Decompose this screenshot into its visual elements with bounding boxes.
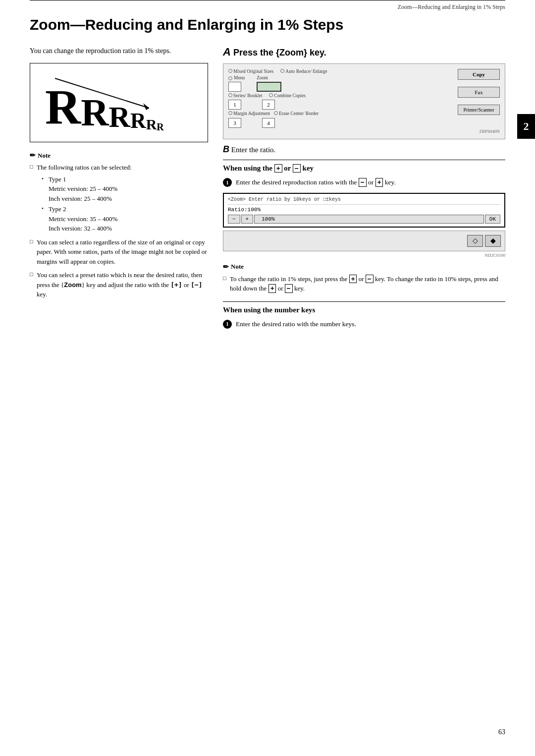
note2-icon: ✏ [223, 263, 229, 271]
zoom-input[interactable] [257, 82, 281, 92]
note-label: Note [38, 152, 51, 160]
control-panel-image: Mixed Original Sizes Auto Reduce/ Enlarg… [223, 63, 505, 139]
panel-row-6: 3 4 [228, 118, 455, 128]
letter-r-3: R [109, 102, 130, 132]
step-circle-2: 1 [223, 320, 232, 329]
plus-key-inline: + [375, 178, 383, 187]
radio-margin [228, 111, 232, 115]
input-num4: 4 [262, 118, 275, 128]
letter-r-5: R [146, 117, 157, 132]
auto-reduce-radio: Auto Reduce/ Enlarge [280, 69, 327, 74]
note-sub-list-1: Type 1 Metric version: 25 – 400% Inch ve… [37, 174, 208, 233]
input-num2: 2 [262, 100, 275, 110]
panel-layout: Mixed Original Sizes Auto Reduce/ Enlarg… [228, 69, 500, 128]
page-number: 63 [498, 728, 505, 736]
panel-row-2: Menu Zoom [228, 75, 455, 91]
right-column: A Press the {Zoom} key. Mixed Original S… [223, 46, 505, 334]
right-arrow-btn[interactable]: ◆ [485, 235, 501, 247]
note-section: ✏ Note The following ratios can be selec… [30, 151, 208, 299]
margin-adjustment-label: Margin Adjustment [233, 111, 270, 116]
series-booklet-label: Series/ Booklet [233, 93, 262, 98]
step-plus-minus-1: 1 Enter the desired reproduction ratios … [223, 177, 505, 187]
left-column: You can change the reproduction ratio in… [30, 46, 208, 303]
note-sub-item-type1: Type 1 Metric version: 25 – 400% Inch ve… [42, 174, 208, 204]
lcd-ratio-line: Ratio:100% [228, 207, 500, 213]
plus-key-note2b: + [268, 284, 276, 293]
step-b-text: Enter the ratio. [231, 146, 276, 154]
letter-r-4: R [130, 110, 146, 132]
section-tab: 2 [517, 114, 535, 139]
panel-row-3: Series/ Booklet Combine Copies [228, 93, 455, 98]
combine-copies-radio: Combine Copies [269, 93, 306, 98]
zoom-area: Zoom [257, 75, 281, 91]
step-b: B Enter the ratio. [223, 144, 505, 155]
panel-row-4: 1 2 [228, 100, 455, 110]
lcd-minus-btn[interactable]: − [228, 215, 240, 224]
auto-reduce-label: Auto Reduce/ Enlarge [285, 69, 327, 74]
margin-adjustment-radio: Margin Adjustment [228, 111, 270, 116]
radio-series [228, 93, 232, 97]
note2-heading: ✏ Note [223, 263, 505, 271]
note-list: The following ratios can be selected: Ty… [30, 163, 208, 299]
panel-row-5: Margin Adjustment Erase Center/ Border [228, 111, 455, 116]
letter-r-illustration: R R R R R R [30, 63, 208, 142]
panel-row-1: Mixed Original Sizes Auto Reduce/ Enlarg… [228, 69, 455, 74]
intro-text: You can change the reproduction ratio in… [30, 46, 208, 56]
minus-key-note2: − [366, 275, 374, 284]
mixed-original-label: Mixed Original Sizes [233, 69, 273, 74]
menu-input [228, 82, 241, 92]
step-a-text: Press the {Zoom} key. [233, 48, 326, 58]
step-circle-1: 1 [223, 178, 232, 187]
nd2c-code: ND2C0100 [223, 253, 505, 258]
radio-combine [269, 93, 273, 97]
series-booklet-radio: Series/ Booklet [228, 93, 262, 98]
lcd-buttons: − + 100% OK [228, 215, 500, 224]
letter-r-sizes: R R R R R R [45, 82, 164, 132]
radio-erase [274, 111, 278, 115]
combine-copies-label: Combine Copies [274, 93, 306, 98]
lcd-plus-btn[interactable]: + [241, 215, 254, 224]
page-content: Zoom—Reducing and Enlarging in 1% Steps … [30, 16, 505, 334]
step-a-label: A Press the {Zoom} key. [223, 46, 505, 58]
plus-key-note2: + [349, 275, 357, 284]
lcd-100-btn[interactable]: 100% [254, 215, 484, 224]
zoom-label: Zoom [257, 75, 281, 80]
minus-key-note2b: − [285, 284, 293, 293]
panel-right-buttons: Copy Fax Printer/Scanner [458, 69, 500, 128]
left-arrow-btn[interactable]: ◇ [467, 235, 483, 247]
subsection-number-keys: When using the number keys [223, 301, 505, 314]
fax-button-panel[interactable]: Fax [458, 87, 500, 98]
step-a-letter: A [223, 46, 231, 58]
note-section-2: ✏ Note To change the ratio in 1% steps, … [223, 263, 505, 293]
header-breadcrumb: Zoom—Reducing and Enlarging in 1% Steps [30, 0, 505, 11]
nav-area: ◇ ◆ [223, 231, 505, 251]
input-num3: 3 [228, 118, 241, 128]
note-item-1: The following ratios can be selected: Ty… [30, 163, 208, 233]
copy-button-panel[interactable]: Copy [458, 69, 500, 80]
mixed-original-radio: Mixed Original Sizes [228, 69, 273, 74]
menu-row: Menu [228, 75, 245, 80]
panel-left: Mixed Original Sizes Auto Reduce/ Enlarg… [228, 69, 455, 128]
printer-scanner-button-panel[interactable]: Printer/Scanner [458, 105, 500, 115]
menu-area: Menu [228, 75, 245, 91]
radio-menu [228, 76, 232, 80]
radio-auto-reduce [280, 69, 284, 73]
note2-item-1: To change the ratio in 1% steps, just pr… [223, 274, 505, 293]
lcd-ok-btn[interactable]: OK [485, 215, 500, 224]
note2-label: Note [231, 263, 244, 271]
step-number-keys-1: 1 Enter the desired ratio with the numbe… [223, 319, 505, 329]
plus-key-header: + [274, 164, 282, 173]
header-title: Zoom—Reducing and Enlarging in 1% Steps [398, 3, 505, 10]
note-item-3: You can select a preset ratio which is n… [30, 270, 208, 299]
step-number-keys-1-text: Enter the desired ratio with the number … [236, 319, 356, 329]
note-heading: ✏ Note [30, 151, 208, 160]
erase-center-label: Erase Center/ Border [279, 111, 319, 116]
input-num1: 1 [228, 100, 241, 110]
minus-key-inline: − [359, 178, 367, 187]
lcd-display: <Zoom> Enter ratio by 10keys or □±keys R… [223, 193, 505, 228]
erase-center-radio: Erase Center/ Border [274, 111, 319, 116]
panel-code: ZBPS040N [228, 129, 500, 134]
letter-r-1: R [45, 82, 81, 132]
subsection-plus-minus: When using the + or − key [223, 160, 505, 173]
page-title: Zoom—Reducing and Enlarging in 1% Steps [30, 16, 505, 34]
